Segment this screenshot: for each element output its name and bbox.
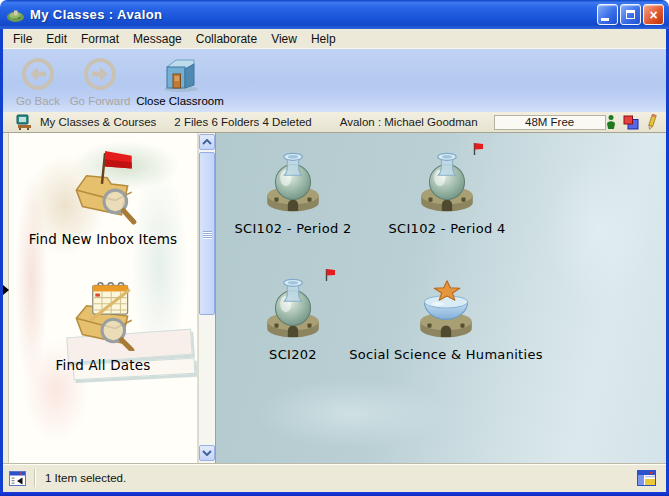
close-classroom-label: Close Classroom [136, 95, 224, 107]
find-new-inbox-items[interactable]: Find New Inbox Items [9, 147, 197, 247]
scroll-down-button[interactable] [199, 445, 215, 461]
find-all-dates[interactable]: Find All Dates [9, 273, 197, 373]
collapse-panel-window-icon[interactable] [9, 471, 26, 486]
scrollbar-thumb[interactable] [199, 152, 215, 315]
bowl-starfish-classroom-icon [413, 274, 479, 344]
menu-message[interactable]: Message [126, 30, 189, 48]
window-bottom-border [0, 492, 669, 496]
go-forward-label: Go Forward [70, 95, 131, 107]
storage-free-indicator: 48M Free [494, 115, 606, 130]
back-circle-arrow-icon [18, 53, 58, 95]
close-classroom-button[interactable]: Close Classroom [133, 52, 227, 110]
info-bar-tools [606, 114, 658, 130]
class-label: Social Science & Humanities [349, 347, 543, 362]
window-title: My Classes : Avalon [30, 7, 597, 22]
minimize-icon [601, 18, 609, 21]
folder-calendar-search-icon [64, 273, 142, 355]
info-bar: My Classes & Courses 2 Files 6 Folders 4… [3, 112, 666, 133]
menu-help[interactable]: Help [304, 30, 343, 48]
flask-classroom-icon [414, 148, 480, 218]
app-window: My Classes : Avalon × File Edit Format M… [0, 0, 669, 496]
identity-label: Avalon : Michael Goodman [340, 116, 478, 128]
menu-file[interactable]: File [6, 30, 39, 48]
folder-flag-search-icon [64, 147, 142, 229]
new-items-flag-icon [324, 268, 336, 286]
class-item-social-science-humanities[interactable]: Social Science & Humanities [341, 268, 551, 362]
maximize-button[interactable] [620, 4, 641, 25]
menu-view[interactable]: View [264, 30, 304, 48]
layout-window-icon[interactable] [637, 470, 656, 486]
class-label: SCI202 [269, 347, 317, 362]
go-back-button[interactable]: Go Back [9, 52, 67, 110]
class-item-sci102-period-4[interactable]: SCI102 - Period 4 [357, 142, 537, 236]
scroll-up-button[interactable] [199, 134, 215, 150]
menu-edit[interactable]: Edit [39, 30, 74, 48]
layers-icon[interactable] [623, 115, 639, 130]
sidebar: Find New Inbox Items [9, 133, 198, 463]
classroom-building-icon [157, 53, 203, 95]
go-back-label: Go Back [16, 95, 60, 107]
desk-icon [15, 114, 33, 130]
close-icon: × [649, 8, 657, 22]
chevron-up-icon [202, 139, 212, 145]
status-bar: 1 Item selected. [3, 463, 666, 492]
status-text: 1 Item selected. [45, 472, 126, 484]
flask-classroom-icon [260, 274, 326, 344]
find-new-inbox-items-label: Find New Inbox Items [29, 231, 178, 247]
avalon-island-icon [6, 7, 25, 23]
menu-collaborate[interactable]: Collaborate [189, 30, 264, 48]
flask-classroom-icon [260, 148, 326, 218]
toolbar: Go Back Go Forward [3, 49, 666, 112]
scrollbar-grip [203, 231, 212, 238]
title-bar[interactable]: My Classes : Avalon × [0, 0, 669, 29]
content-area: Find New Inbox Items [3, 133, 666, 463]
menu-format[interactable]: Format [74, 30, 126, 48]
chevron-down-icon [202, 450, 212, 456]
person-icon[interactable] [606, 114, 616, 130]
window-controls: × [597, 4, 664, 25]
item-counts: 2 Files 6 Folders 4 Deleted [174, 116, 311, 128]
breadcrumb-location: My Classes & Courses [40, 116, 156, 128]
close-button[interactable]: × [643, 4, 664, 25]
status-separator [34, 469, 35, 487]
go-forward-button[interactable]: Go Forward [67, 52, 133, 110]
minimize-button[interactable] [597, 4, 618, 25]
sidebar-scrollbar[interactable] [198, 133, 215, 463]
menu-bar: File Edit Format Message Collaborate Vie… [3, 29, 666, 49]
classes-workspace: SCI102 - Period 2 [215, 133, 666, 463]
class-label: SCI102 - Period 4 [389, 221, 506, 236]
class-label: SCI102 - Period 2 [235, 221, 352, 236]
new-items-flag-icon [472, 142, 484, 160]
find-all-dates-label: Find All Dates [55, 357, 150, 373]
maximize-icon [626, 10, 635, 19]
forward-circle-arrow-icon [80, 53, 120, 95]
class-item-sci102-period-2[interactable]: SCI102 - Period 2 [218, 142, 368, 236]
pencil-icon[interactable] [646, 114, 658, 130]
storage-free-label: 48M Free [525, 116, 574, 128]
